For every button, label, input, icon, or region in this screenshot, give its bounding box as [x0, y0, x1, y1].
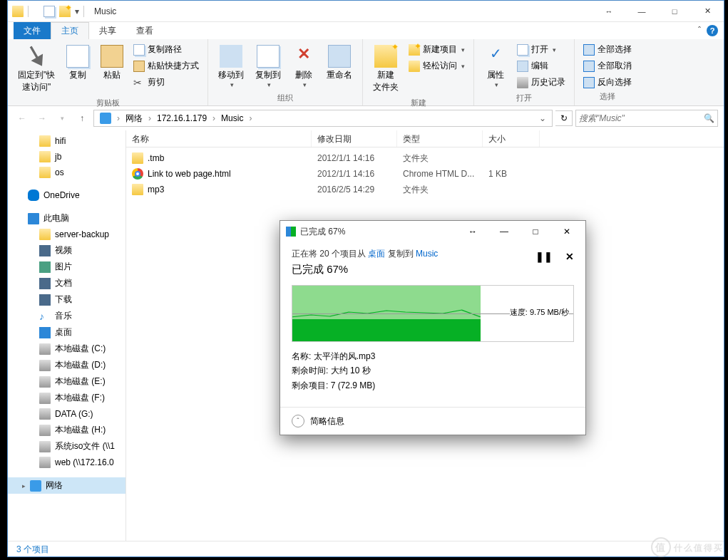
- col-date[interactable]: 修改日期: [312, 130, 397, 147]
- select-none-button[interactable]: 全部取消: [580, 58, 635, 73]
- nav-item[interactable]: 本地磁盘 (F:): [8, 390, 125, 406]
- title-bar: ▾ Music ↔ — □ ✕: [8, 1, 724, 22]
- breadcrumb-dropdown[interactable]: ⌄: [535, 113, 550, 123]
- dialog-title-bar[interactable]: 已完成 67% ↔ — □ ✕: [280, 221, 585, 242]
- dialog-minimize-button[interactable]: —: [494, 224, 514, 239]
- minimize-button[interactable]: —: [625, 1, 658, 22]
- nav-item[interactable]: web (\\172.16.0: [8, 455, 125, 470]
- group-label: 剪贴板: [14, 96, 202, 110]
- nav-network[interactable]: ▸网络: [8, 477, 125, 494]
- help-icon[interactable]: ?: [707, 25, 718, 36]
- properties-button[interactable]: 属性: [480, 42, 511, 91]
- qat-dropdown-icon[interactable]: ▾: [75, 6, 79, 16]
- col-type[interactable]: 类型: [397, 130, 483, 147]
- ribbon-body: 固定到"快 速访问" 复制 粘贴 复制路径 粘贴快捷方式 剪切 剪贴板 移动到 …: [8, 39, 724, 106]
- dialog-double-arrow-icon[interactable]: ↔: [463, 224, 483, 239]
- breadcrumb[interactable]: › 网络 › 172.16.1.179 › Music › ⌄: [93, 110, 553, 127]
- breadcrumb-segment[interactable]: Music: [217, 110, 247, 126]
- chevron-right-icon[interactable]: ›: [211, 113, 217, 123]
- history-dropdown[interactable]: ▾: [53, 110, 71, 127]
- tab-view[interactable]: 查看: [126, 22, 163, 39]
- maximize-button[interactable]: □: [658, 1, 691, 22]
- up-button[interactable]: ↑: [73, 110, 91, 127]
- cancel-copy-button[interactable]: ✕: [565, 251, 574, 262]
- nav-item[interactable]: 本地磁盘 (C:): [8, 341, 125, 357]
- nav-item[interactable]: 本地磁盘 (H:): [8, 422, 125, 438]
- file-row[interactable]: Link to web page.html 2012/1/1 14:16 Chr…: [126, 166, 724, 182]
- select-all-button[interactable]: 全部选择: [580, 42, 635, 57]
- pause-button[interactable]: ❚❚: [535, 251, 553, 262]
- copy-button[interactable]: 复制: [62, 42, 93, 84]
- open-button[interactable]: 打开: [514, 42, 568, 57]
- search-icon[interactable]: 🔍: [704, 113, 714, 123]
- nav-onedrive[interactable]: OneDrive: [8, 187, 125, 203]
- nav-item[interactable]: DATA (G:): [8, 406, 125, 422]
- ribbon-collapse-button[interactable]: ˆ: [698, 26, 701, 36]
- file-row[interactable]: mp3 2016/2/5 14:29 文件夹: [126, 182, 724, 197]
- tab-share[interactable]: 共享: [89, 22, 126, 39]
- double-arrow-icon[interactable]: ↔: [593, 1, 625, 22]
- nav-item[interactable]: 下载: [8, 291, 125, 308]
- chevron-right-icon[interactable]: ›: [247, 113, 253, 123]
- file-row[interactable]: .tmb 2012/1/1 14:16 文件夹: [126, 150, 724, 166]
- dest-link[interactable]: Music: [416, 249, 438, 259]
- nav-item[interactable]: 音乐: [8, 308, 125, 324]
- easy-access-button[interactable]: 轻松访问: [406, 58, 468, 73]
- group-new: 新建 文件夹 新建项目 轻松访问 新建: [363, 39, 474, 105]
- copyto-button[interactable]: 复制到: [251, 42, 285, 91]
- rename-button[interactable]: 重命名: [322, 42, 357, 84]
- progress-headline: 已完成 67%: [292, 263, 574, 276]
- dialog-title: 已完成 67%: [300, 226, 345, 238]
- cut-button[interactable]: 剪切: [130, 75, 202, 90]
- group-label: 新建: [369, 96, 468, 110]
- nav-item[interactable]: hifi: [8, 133, 125, 149]
- col-size[interactable]: 大小: [483, 130, 540, 147]
- chevron-right-icon[interactable]: ›: [116, 113, 121, 123]
- nav-item[interactable]: 系统iso文件 (\\1: [8, 438, 125, 455]
- qat-newfolder-icon[interactable]: [59, 6, 71, 17]
- group-label: 选择: [580, 90, 635, 103]
- delete-button[interactable]: 删除: [288, 42, 319, 91]
- nav-item[interactable]: 本地磁盘 (D:): [8, 357, 125, 373]
- nav-item[interactable]: 桌面: [8, 324, 125, 341]
- search-input[interactable]: [579, 113, 704, 123]
- nav-item[interactable]: os: [8, 165, 125, 180]
- navigation-pane[interactable]: hifijbos OneDrive 此电脑 server-backup视频图片文…: [8, 130, 126, 541]
- paste-shortcut-button[interactable]: 粘贴快捷方式: [130, 58, 202, 73]
- col-name[interactable]: 名称: [126, 130, 312, 147]
- nav-this-pc[interactable]: 此电脑: [8, 210, 125, 227]
- nav-item[interactable]: 本地磁盘 (E:): [8, 373, 125, 390]
- pin-quickaccess-button[interactable]: 固定到"快 速访问": [14, 42, 59, 96]
- breadcrumb-icon[interactable]: [96, 110, 116, 126]
- dialog-maximize-button[interactable]: □: [526, 224, 545, 239]
- nav-item[interactable]: server-backup: [8, 227, 125, 242]
- nav-item[interactable]: 视频: [8, 242, 125, 259]
- breadcrumb-segment[interactable]: 网络: [121, 110, 147, 126]
- invert-selection-button[interactable]: 反向选择: [580, 75, 635, 90]
- copy-path-button[interactable]: 复制路径: [130, 42, 202, 57]
- tab-home[interactable]: 主页: [51, 22, 89, 39]
- new-folder-button[interactable]: 新建 文件夹: [369, 42, 403, 96]
- close-button[interactable]: ✕: [691, 1, 724, 22]
- back-button[interactable]: ←: [14, 110, 31, 127]
- chevron-right-icon[interactable]: ›: [147, 113, 153, 123]
- new-item-button[interactable]: 新建项目: [406, 42, 468, 57]
- nav-item[interactable]: jb: [8, 149, 125, 165]
- qat-properties-icon[interactable]: [43, 6, 55, 17]
- address-bar: ← → ▾ ↑ › 网络 › 172.16.1.179 › Music › ⌄ …: [8, 106, 724, 130]
- qat-separator: [28, 6, 39, 17]
- forward-button[interactable]: →: [34, 110, 51, 127]
- refresh-button[interactable]: ↻: [555, 110, 573, 126]
- nav-item[interactable]: 图片: [8, 259, 125, 275]
- source-link[interactable]: 桌面: [368, 249, 385, 259]
- moveto-button[interactable]: 移动到: [214, 42, 248, 91]
- breadcrumb-segment[interactable]: 172.16.1.179: [153, 110, 211, 126]
- dialog-close-button[interactable]: ✕: [557, 224, 577, 239]
- edit-button[interactable]: 编辑: [514, 58, 568, 73]
- paste-button[interactable]: 粘贴: [96, 42, 128, 84]
- nav-item[interactable]: 文档: [8, 275, 125, 291]
- details-toggle[interactable]: ˆ 简略信息: [280, 407, 585, 435]
- history-button[interactable]: 历史记录: [514, 75, 568, 90]
- search-box[interactable]: 🔍: [575, 110, 718, 127]
- tab-file[interactable]: 文件: [14, 22, 51, 39]
